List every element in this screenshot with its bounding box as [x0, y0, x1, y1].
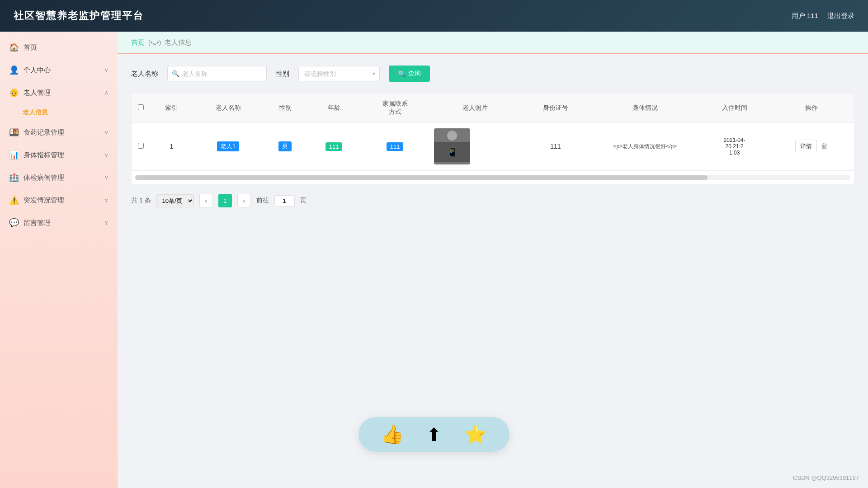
- col-header-photo: 老人照片: [429, 94, 521, 123]
- emergency-icon: ⚠️: [9, 195, 19, 205]
- sidebar-item-elder-label: 老人管理: [24, 89, 51, 97]
- cell-health: <p>老人身体情况很好</p>: [590, 123, 700, 170]
- sidebar-item-personal[interactable]: 👤 个人中心 ∨: [0, 59, 118, 81]
- cell-checkin: 2021-04-20 21:21:03: [700, 123, 769, 170]
- chevron-down-icon-emergency: ∨: [104, 197, 108, 203]
- sidebar-item-checkup[interactable]: 🏥 体检病例管理 ∨: [0, 166, 118, 189]
- sidebar-item-message[interactable]: 💬 留言管理 ∨: [0, 211, 118, 234]
- sidebar-item-emergency[interactable]: ⚠️ 突发情况管理 ∨: [0, 189, 118, 211]
- body-icon: 📊: [9, 150, 19, 160]
- row-checkbox[interactable]: [138, 143, 144, 149]
- sidebar-item-elder-info[interactable]: 老人信息: [0, 104, 118, 121]
- thumbs-up-icon[interactable]: 👍: [381, 424, 404, 445]
- cell-index: 1: [150, 123, 193, 170]
- col-header-index: 索引: [150, 94, 193, 123]
- table-scroll-area[interactable]: 索引 老人名称 性别 年龄 家属联系方式 老人照片 身份证号 身体情况 入住时间…: [132, 94, 854, 170]
- chevron-up-icon: ∧: [104, 89, 108, 96]
- name-search-input[interactable]: [167, 66, 267, 81]
- breadcrumb-home[interactable]: 首页: [131, 38, 145, 47]
- breadcrumb-current: 老人信息: [165, 38, 192, 47]
- sidebar-item-body[interactable]: 📊 身体指标管理 ∨: [0, 144, 118, 166]
- elder-contact-tag: 111: [387, 142, 404, 151]
- app-title: 社区智慧养老监护管理平台: [14, 9, 144, 23]
- page-jump-input[interactable]: [274, 195, 295, 206]
- home-icon: 🏠: [9, 42, 19, 52]
- gender-select-wrap: 请选择性别 男 女 ▾: [298, 66, 380, 81]
- header: 社区智慧养老监护管理平台 用户 111 退出登录: [0, 0, 868, 32]
- per-page-select[interactable]: 10条/页 20条/页 50条/页: [156, 194, 194, 207]
- table-row: 1 老人1 男 111: [132, 123, 854, 170]
- table-body: 1 老人1 男 111: [132, 123, 854, 170]
- detail-button[interactable]: 详情: [795, 140, 817, 153]
- cell-action: 详情 🗑: [769, 123, 854, 170]
- sidebar-item-elder[interactable]: 👴 老人管理 ∧: [0, 81, 118, 104]
- user-label: 用户 111: [792, 12, 818, 20]
- sidebar-item-elder-info-label: 老人信息: [23, 108, 48, 116]
- page-1-button[interactable]: 1: [218, 194, 232, 207]
- cell-name: 老人1: [193, 123, 263, 170]
- search-icon: 🔍: [172, 70, 179, 77]
- sidebar-item-body-label: 身体指标管理: [24, 151, 64, 160]
- logout-button[interactable]: 退出登录: [827, 12, 854, 20]
- sidebar: 🏠 首页 👤 个人中心 ∨ 👴 老人管理 ∧ 老人信息 🍱 食药记录管理 ∨ 📊…: [0, 32, 118, 488]
- user-icon: 👤: [9, 65, 19, 75]
- elder-gender-tag: 男: [278, 141, 292, 151]
- cell-contact: 111: [360, 123, 429, 170]
- data-table: 索引 老人名称 性别 年龄 家属联系方式 老人照片 身份证号 身体情况 入住时间…: [132, 94, 854, 170]
- chevron-down-icon-food: ∨: [104, 129, 108, 136]
- gender-label: 性别: [276, 70, 289, 78]
- sidebar-item-home-label: 首页: [24, 43, 37, 52]
- chevron-down-icon-checkup: ∨: [104, 174, 108, 181]
- star-icon[interactable]: ⭐: [464, 424, 487, 445]
- cell-gender: 男: [263, 123, 307, 170]
- bottom-banner: 👍 ⬆ ⭐: [359, 417, 509, 452]
- search-btn-icon: 🔍: [398, 70, 406, 77]
- cell-age: 111: [307, 123, 360, 170]
- checkup-icon: 🏥: [9, 173, 19, 183]
- col-header-action: 操作: [769, 94, 854, 123]
- breadcrumb-separator: (•ᴗ•): [148, 39, 161, 46]
- sidebar-item-food[interactable]: 🍱 食药记录管理 ∨: [0, 121, 118, 144]
- table-scrollbar[interactable]: [132, 170, 854, 184]
- chevron-down-icon-message: ∨: [104, 220, 108, 226]
- col-header-gender: 性别: [263, 94, 307, 123]
- col-header-idnum: 身份证号: [521, 94, 590, 123]
- col-header-age: 年龄: [307, 94, 360, 123]
- gender-select[interactable]: 请选择性别 男 女: [298, 66, 380, 81]
- sidebar-item-food-label: 食药记录管理: [24, 128, 64, 137]
- data-table-container: 索引 老人名称 性别 年龄 家属联系方式 老人照片 身份证号 身体情况 入住时间…: [131, 93, 854, 185]
- upload-icon[interactable]: ⬆: [426, 424, 442, 445]
- next-page-button[interactable]: ›: [237, 194, 251, 207]
- elder-age-tag: 111: [326, 142, 343, 151]
- breadcrumb-bar: 首页 (•ᴗ•) 老人信息: [118, 32, 868, 54]
- delete-icon[interactable]: 🗑: [821, 142, 828, 150]
- search-button[interactable]: 🔍 查询: [389, 66, 430, 82]
- elder-photo: 📱: [434, 128, 470, 164]
- message-icon: 💬: [9, 218, 19, 228]
- col-header-name: 老人名称: [193, 94, 263, 123]
- elder-icon: 👴: [9, 88, 19, 98]
- search-bar: 老人名称 🔍 性别 请选择性别 男 女 ▾ 🔍 查询: [131, 66, 854, 82]
- sidebar-item-message-label: 留言管理: [24, 219, 51, 227]
- sidebar-item-emergency-label: 突发情况管理: [24, 196, 64, 205]
- elder-name-tag: 老人1: [217, 141, 239, 151]
- row-checkbox-cell[interactable]: [132, 123, 150, 170]
- name-search-label: 老人名称: [131, 70, 158, 78]
- search-btn-label: 查询: [408, 70, 421, 78]
- sidebar-item-checkup-label: 体检病例管理: [24, 174, 64, 182]
- per-page-select-wrap: 10条/页 20条/页 50条/页 ▾: [156, 194, 194, 207]
- chevron-down-icon-body: ∨: [104, 152, 108, 158]
- chevron-down-icon: ∨: [104, 67, 108, 73]
- food-icon: 🍱: [9, 127, 19, 137]
- pagination-bar: 共 1 条 10条/页 20条/页 50条/页 ▾ ‹ 1 › 前往 页: [131, 194, 854, 207]
- sidebar-item-home[interactable]: 🏠 首页: [0, 36, 118, 59]
- header-right: 用户 111 退出登录: [792, 12, 854, 20]
- prev-page-button[interactable]: ‹: [199, 194, 213, 207]
- page-unit: 页: [300, 197, 307, 205]
- total-count: 共 1 条: [131, 197, 151, 205]
- search-input-wrap: 🔍: [167, 66, 267, 81]
- table-header-checkbox[interactable]: [132, 94, 150, 123]
- sidebar-item-personal-label: 个人中心: [24, 66, 51, 75]
- select-all-checkbox[interactable]: [138, 104, 144, 110]
- goto-label: 前往: [256, 197, 269, 205]
